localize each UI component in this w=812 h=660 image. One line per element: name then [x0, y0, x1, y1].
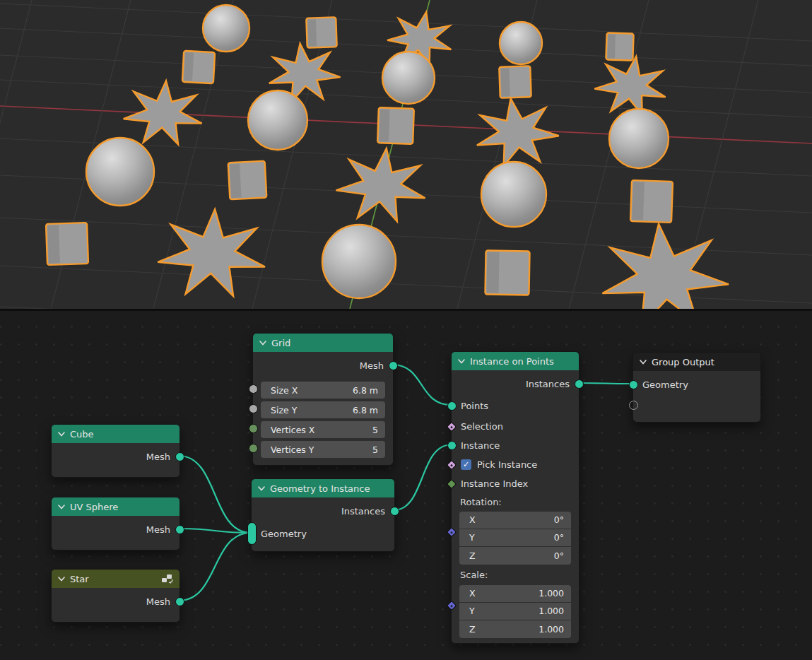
collapse-chevron-icon[interactable]: [258, 486, 265, 491]
node-header-uvsphere[interactable]: UV Sphere: [52, 497, 180, 516]
field-size-x[interactable]: Size X6.8 m: [261, 382, 385, 399]
row-input-instance[interactable]: Instance: [452, 436, 579, 455]
iop-points-socket[interactable]: [447, 401, 457, 411]
row-field-vertices-y[interactable]: Vertices Y5: [253, 440, 393, 459]
node-grid[interactable]: GridMeshSize X6.8 mSize Y6.8 mVertices X…: [252, 333, 394, 466]
viewport-3d[interactable]: [0, 0, 812, 309]
node-title: Instance on Points: [470, 356, 572, 367]
output-label: Instances: [341, 506, 385, 517]
row-input-points[interactable]: Points: [452, 394, 579, 417]
instance-sphere[interactable]: [382, 52, 435, 104]
row-output-mesh[interactable]: Mesh: [52, 519, 180, 540]
instance-cube[interactable]: [228, 161, 267, 200]
grid-size_x-socket[interactable]: [249, 384, 258, 394]
instance-sphere[interactable]: [86, 138, 154, 206]
rotation-x-field[interactable]: X0°: [459, 512, 571, 529]
instance-cube[interactable]: [485, 250, 529, 295]
instance-sphere[interactable]: [481, 162, 546, 227]
node-header-g2i[interactable]: Geometry to Instance: [252, 479, 394, 497]
node-header-gout[interactable]: Group Output: [633, 353, 760, 371]
field-label: Vertices Y: [271, 444, 314, 455]
instance-cube[interactable]: [377, 107, 414, 144]
gout-geometry-socket[interactable]: [629, 380, 638, 389]
input-label: Instance Index: [461, 478, 528, 489]
axis-value: 1.000: [539, 588, 564, 599]
node-header-iop[interactable]: Instance on Points: [452, 352, 579, 370]
node-iop[interactable]: Instance on PointsInstancesPointsSelecti…: [451, 351, 579, 644]
iop-instance-socket[interactable]: [447, 441, 457, 450]
node-title: Star: [70, 574, 156, 584]
grid-vertices_y-socket[interactable]: [249, 444, 258, 453]
uvsphere-mesh-socket[interactable]: [175, 525, 184, 534]
vector-field-scale[interactable]: X1.000Y1.000Z1.000: [452, 584, 579, 639]
rotation-vector-group[interactable]: X0°Y0°Z0°: [459, 512, 571, 565]
instance-sphere[interactable]: [322, 225, 396, 298]
row-input-pick-instance[interactable]: ✓Pick Instance: [452, 455, 579, 474]
geometry-nodes-editor[interactable]: CubeMeshUV SphereMeshStarMeshGridMeshSiz…: [0, 311, 812, 660]
collapse-chevron-icon[interactable]: [58, 432, 65, 437]
node-link: [394, 445, 451, 511]
grid-vertices_x-socket[interactable]: [249, 424, 258, 433]
row-input-geometry[interactable]: Geometry: [252, 521, 394, 546]
g2i-instances-socket[interactable]: [390, 507, 399, 516]
instance-sphere[interactable]: [609, 109, 669, 168]
field-size-y[interactable]: Size Y6.8 m: [261, 401, 385, 418]
instance-cube[interactable]: [306, 17, 336, 47]
instance-cube[interactable]: [630, 180, 673, 223]
scale-x-field[interactable]: X1.000: [459, 585, 571, 603]
node-g2i[interactable]: Geometry to InstanceInstancesGeometry: [251, 478, 395, 552]
row-input-selection[interactable]: Selection: [452, 417, 579, 436]
instance-sphere[interactable]: [500, 22, 542, 64]
collapse-chevron-icon[interactable]: [640, 360, 647, 365]
node-star[interactable]: StarMesh: [51, 569, 180, 623]
scale-y-field[interactable]: Y1.000: [459, 603, 571, 620]
node-header-star[interactable]: Star: [52, 570, 180, 588]
g2i-geometry-socket[interactable]: [247, 522, 257, 545]
row-input-instance-index[interactable]: Instance Index: [452, 474, 579, 493]
vector-field-rotation[interactable]: X0°Y0°Z0°: [452, 510, 579, 565]
row-input-geometry[interactable]: Geometry: [633, 374, 760, 395]
node-cube[interactable]: CubeMesh: [51, 424, 180, 478]
gout-virtual-socket[interactable]: [629, 401, 638, 410]
row-output-mesh[interactable]: Mesh: [253, 355, 393, 376]
row-output-instances[interactable]: Instances: [252, 500, 394, 521]
star-mesh-socket[interactable]: [175, 597, 184, 606]
instance-cube[interactable]: [46, 223, 88, 265]
instance-sphere[interactable]: [248, 90, 307, 150]
rotation-y-field[interactable]: Y0°: [459, 529, 571, 547]
viewport-canvas[interactable]: [0, 0, 812, 309]
row-field-size-y[interactable]: Size Y6.8 m: [253, 400, 393, 420]
row-field-vertices-x[interactable]: Vertices X5: [253, 420, 393, 440]
field-vertices-y[interactable]: Vertices Y5: [261, 441, 385, 458]
node-uvsphere[interactable]: UV SphereMesh: [51, 497, 180, 550]
collapse-chevron-icon[interactable]: [58, 505, 65, 509]
scale-z-field[interactable]: Z1.000: [459, 620, 571, 638]
row-field-size-x[interactable]: Size X6.8 m: [253, 380, 393, 400]
instance-cube[interactable]: [499, 66, 531, 98]
rotation-z-field[interactable]: Z0°: [459, 547, 571, 565]
collapse-chevron-icon[interactable]: [259, 341, 266, 346]
row-virtual-socket[interactable]: [633, 395, 760, 415]
instance-cube[interactable]: [182, 51, 215, 83]
row-output-instances[interactable]: Instances: [452, 373, 579, 394]
collapse-chevron-icon[interactable]: [458, 359, 465, 364]
row-output-mesh[interactable]: Mesh: [52, 446, 180, 467]
iop-instances-socket[interactable]: [575, 379, 584, 389]
node-header-cube[interactable]: Cube: [52, 425, 180, 443]
instance-sphere[interactable]: [203, 5, 249, 52]
cube-mesh-socket[interactable]: [175, 452, 184, 461]
grid-mesh-socket[interactable]: [389, 361, 398, 370]
pick-instance-checkbox[interactable]: ✓: [461, 459, 471, 470]
node-header-grid[interactable]: Grid: [253, 334, 393, 352]
node-gout[interactable]: Group OutputGeometry: [632, 352, 761, 423]
node-title: Geometry to Instance: [270, 483, 388, 494]
grid-size_y-socket[interactable]: [249, 404, 258, 413]
row-output-mesh[interactable]: Mesh: [52, 591, 180, 612]
scale-vector-group[interactable]: X1.000Y1.000Z1.000: [459, 585, 571, 638]
collapse-chevron-icon[interactable]: [58, 577, 65, 582]
field-vertices-x[interactable]: Vertices X5: [261, 421, 385, 438]
input-label: Pick Instance: [477, 459, 537, 470]
node-group-icon: [161, 574, 173, 584]
instance-cube[interactable]: [606, 33, 633, 60]
blender-window: CubeMeshUV SphereMeshStarMeshGridMeshSiz…: [0, 0, 812, 660]
